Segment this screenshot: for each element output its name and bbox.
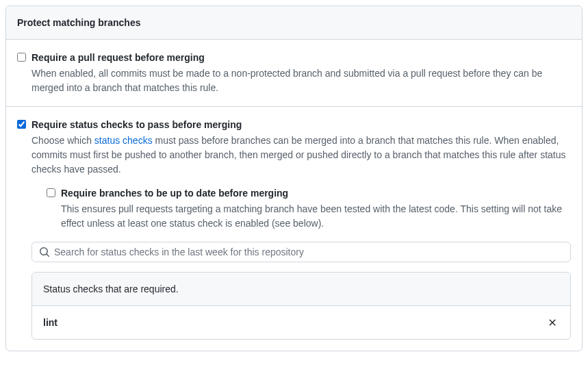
require-uptodate-content: Require branches to be up to date before… xyxy=(61,186,571,231)
require-status-checkbox[interactable] xyxy=(17,120,26,129)
required-checks-header: Status checks that are required. xyxy=(32,273,570,306)
require-uptodate-title: Require branches to be up to date before… xyxy=(61,186,571,201)
require-uptodate-block: Require branches to be up to date before… xyxy=(47,186,571,231)
require-pr-section: Require a pull request before merging Wh… xyxy=(6,40,582,106)
require-pr-content: Require a pull request before merging Wh… xyxy=(31,51,571,95)
require-uptodate-checkbox[interactable] xyxy=(47,188,55,197)
close-icon xyxy=(547,317,558,328)
require-status-desc-pre: Choose which xyxy=(31,135,94,146)
require-status-section: Require status checks to pass before mer… xyxy=(6,106,582,351)
search-icon xyxy=(39,247,50,257)
status-check-search-input[interactable] xyxy=(54,247,563,257)
status-check-search[interactable] xyxy=(31,242,571,262)
panel-header: Protect matching branches xyxy=(6,6,582,40)
required-check-item: lint xyxy=(32,306,570,339)
require-pr-checkbox[interactable] xyxy=(17,53,26,62)
protect-branches-panel: Protect matching branches Require a pull… xyxy=(5,5,583,351)
status-checks-link[interactable]: status checks xyxy=(94,135,153,146)
require-pr-desc: When enabled, all commits must be made t… xyxy=(31,66,571,95)
require-uptodate-desc: This ensures pull requests targeting a m… xyxy=(61,202,571,231)
required-check-name: lint xyxy=(43,317,57,328)
require-status-content: Require status checks to pass before mer… xyxy=(31,118,571,340)
required-checks-box: Status checks that are required. lint xyxy=(31,272,571,340)
require-status-title: Require status checks to pass before mer… xyxy=(31,118,571,132)
remove-check-button[interactable] xyxy=(546,316,559,329)
require-status-desc: Choose which status checks must pass bef… xyxy=(31,134,571,177)
require-pr-title: Require a pull request before merging xyxy=(31,51,571,65)
